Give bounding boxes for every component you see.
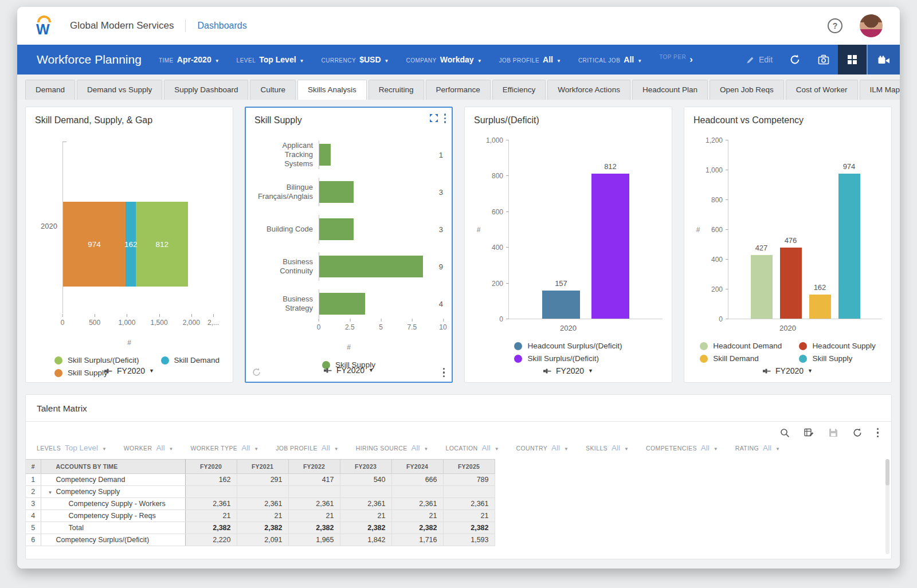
table-filter-competencies[interactable]: COMPETENCIESAll▼ (646, 444, 718, 452)
bar-skill-supply[interactable] (838, 174, 860, 319)
header-filter-critical-job[interactable]: CRITICAL JOBAll▼ (578, 55, 642, 64)
cell-value[interactable]: 789 (443, 474, 495, 486)
cell-value[interactable]: 21 (391, 510, 443, 522)
tab-efficiency[interactable]: Efficiency (492, 80, 546, 100)
table-filter-location[interactable]: LOCATIONAll▼ (446, 444, 499, 452)
cell-value[interactable] (340, 486, 391, 498)
bar-building-code[interactable] (319, 218, 354, 240)
cell-value[interactable]: 2,361 (443, 498, 495, 510)
tab-skills-analysis[interactable]: Skills Analysis (297, 80, 367, 100)
expand-icon[interactable] (429, 113, 438, 123)
row-label[interactable]: Total (41, 522, 185, 534)
table-filter-worker-type[interactable]: WORKER TYPEAll▼ (190, 444, 258, 452)
table-filter-country[interactable]: COUNTRYAll▼ (516, 444, 569, 452)
tab-demand[interactable]: Demand (25, 80, 75, 100)
bar-segment-skill-supply[interactable]: 974 (63, 202, 126, 287)
tab-recruiting[interactable]: Recruiting (369, 80, 424, 100)
tab-supply-dashboard[interactable]: Supply Dashboard (164, 80, 248, 100)
time-filter[interactable]: FY2020 ▼ (246, 366, 452, 375)
dashboards-link[interactable]: Dashboards (197, 21, 246, 31)
bar-segment-skill-demand[interactable]: 162 (126, 202, 136, 287)
search-icon[interactable] (780, 428, 790, 438)
bar-bilingue-fran-ais-anglais[interactable] (319, 181, 354, 203)
tab-culture[interactable]: Culture (250, 80, 296, 100)
tab-open-job-reqs[interactable]: Open Job Reqs (710, 80, 784, 100)
cell-value[interactable]: 291 (237, 474, 288, 486)
bar-business-strategy[interactable] (319, 293, 365, 315)
record-button[interactable] (867, 45, 900, 75)
row-label[interactable]: Competency Supply - Reqs (41, 510, 185, 522)
cell-value[interactable]: 21 (237, 510, 288, 522)
cell-value[interactable]: 540 (340, 474, 391, 486)
cell-value[interactable] (288, 486, 340, 498)
cell-value[interactable]: 1,965 (288, 534, 340, 546)
card-menu-icon[interactable] (444, 113, 446, 123)
row-label[interactable]: Competency Supply - Workers (41, 498, 185, 510)
table-scrollbar[interactable] (885, 459, 889, 554)
table-filter-hiring-source[interactable]: HIRING SOURCEAll▼ (356, 444, 429, 452)
cell-value[interactable]: 2,220 (185, 534, 237, 546)
bar-skill-surplus-deficit[interactable] (591, 174, 629, 319)
cell-value[interactable]: 1,716 (391, 534, 443, 546)
bar-headcount-supply[interactable] (780, 248, 802, 319)
refresh-button[interactable] (781, 45, 809, 75)
tab-performance[interactable]: Performance (426, 80, 491, 100)
cell-value[interactable]: 2,382 (237, 522, 288, 534)
tab-headcount-plan[interactable]: Headcount Plan (632, 80, 708, 100)
bar-headcount-surplus-deficit[interactable] (542, 291, 580, 319)
header-filter-top-per[interactable]: TOP PER› (659, 54, 693, 65)
bar-applicant-tracking-systems[interactable] (319, 144, 331, 166)
refresh-icon[interactable] (852, 428, 863, 438)
collapse-toggle-icon[interactable]: ▼ (48, 490, 53, 495)
table-filter-rating[interactable]: RATINGAll▼ (735, 444, 780, 452)
cell-value[interactable]: 2,382 (340, 522, 391, 534)
cell-value[interactable] (443, 486, 495, 498)
header-filter-company[interactable]: COMPANYWorkday▼ (406, 55, 481, 64)
header-filter-currency[interactable]: CURRENCY$USD▼ (321, 55, 389, 64)
cell-value[interactable]: 21 (185, 510, 237, 522)
time-filter[interactable]: FY2020 ▼ (465, 366, 672, 375)
user-avatar[interactable] (860, 14, 883, 37)
tab-ilm-map[interactable]: ILM Map (860, 80, 900, 100)
cell-value[interactable]: 2,382 (443, 522, 495, 534)
cell-value[interactable]: 2,361 (185, 498, 237, 510)
row-label[interactable]: Competency Surplus/(Deficit) (41, 534, 185, 546)
table-filter-worker[interactable]: WORKERAll▼ (124, 444, 174, 452)
cell-value[interactable]: 1,842 (340, 534, 391, 546)
cell-value[interactable]: 162 (185, 474, 237, 486)
cell-value[interactable]: 417 (288, 474, 340, 486)
bar-business-continuity[interactable] (319, 256, 423, 277)
save-icon[interactable] (829, 428, 838, 437)
tab-workforce-actions[interactable]: Workforce Actions (547, 80, 630, 100)
table-filter-job-profile[interactable]: JOB PROFILEAll▼ (276, 444, 339, 452)
cell-value[interactable]: 21 (288, 510, 340, 522)
cell-value[interactable] (185, 486, 237, 498)
cell-value[interactable]: 2,091 (237, 534, 288, 546)
cell-value[interactable]: 2,382 (185, 522, 237, 534)
time-filter[interactable]: FY2020 ▼ (26, 366, 233, 375)
cell-value[interactable]: 2,382 (391, 522, 443, 534)
screenshot-button[interactable] (809, 45, 838, 75)
edit-button[interactable]: Edit (738, 45, 781, 75)
cell-value[interactable] (237, 486, 288, 498)
cell-value[interactable]: 21 (340, 510, 391, 522)
row-label[interactable]: ▼Competency Supply (41, 486, 185, 498)
bar-headcount-demand[interactable] (751, 255, 773, 319)
header-filter-job-profile[interactable]: JOB PROFILEAll▼ (499, 55, 561, 64)
cell-value[interactable]: 2,382 (288, 522, 340, 534)
more-icon[interactable] (877, 428, 879, 438)
cell-value[interactable]: 2,361 (340, 498, 391, 510)
tab-cost-of-worker[interactable]: Cost of Worker (786, 80, 858, 100)
header-filter-level[interactable]: LEVELTop Level▼ (237, 55, 304, 64)
cell-value[interactable]: 666 (391, 474, 443, 486)
header-filter-time[interactable]: TIMEApr-2020▼ (159, 55, 220, 64)
help-icon[interactable]: ? (828, 18, 842, 33)
cell-value[interactable]: 21 (443, 510, 495, 522)
row-label[interactable]: Competency Demand (41, 474, 185, 486)
edit-grid-icon[interactable] (804, 428, 814, 438)
cell-value[interactable]: 2,361 (391, 498, 443, 510)
cell-value[interactable]: 2,361 (237, 498, 288, 510)
cell-value[interactable] (391, 486, 443, 498)
cell-value[interactable]: 1,593 (443, 534, 495, 546)
bar-skill-demand[interactable] (809, 295, 831, 319)
